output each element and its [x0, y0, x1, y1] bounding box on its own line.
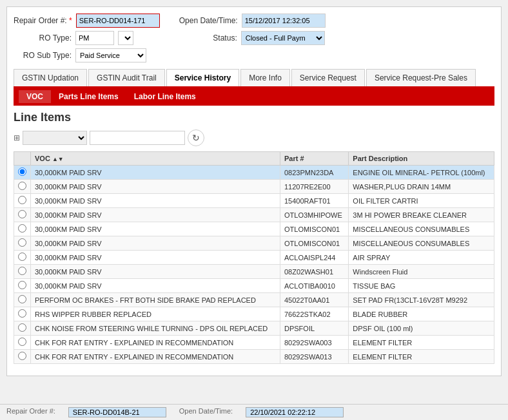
row-part: 08Z02WASH01 — [280, 265, 349, 279]
table-row[interactable]: 30,000KM PAID SRVOTLO3MHIPOWE3M HI POWER… — [14, 208, 494, 222]
row-voc: 30,000KM PAID SRV — [31, 236, 280, 251]
row-radio-cell[interactable] — [14, 180, 31, 194]
bottom-repair-order-label: Repair Order #: — [6, 407, 55, 417]
row-part: 45022T0AA01 — [280, 293, 349, 307]
status-row: Status: Closed - Full Paym — [179, 31, 326, 45]
row-radio-cell[interactable] — [14, 208, 31, 222]
tab-more-info[interactable]: More Info — [240, 69, 290, 86]
table-row[interactable]: 30,000KM PAID SRVACLOTIBA0010TISSUE BAG — [14, 279, 494, 293]
tab-service-request[interactable]: Service Request — [291, 69, 365, 86]
ro-type-select[interactable] — [118, 31, 133, 45]
status-label: Status: — [179, 33, 237, 43]
row-voc: 30,000KM PAID SRV — [31, 180, 280, 194]
row-part: OTLO3MHIPOWE — [280, 208, 349, 222]
ro-sub-type-row: RO Sub Type: Paid Service — [14, 48, 160, 62]
table-row[interactable]: CHK FOR RAT ENTRY - EXPLAINED IN RECOMME… — [14, 336, 494, 350]
row-description: AIR SPRAY — [349, 251, 494, 265]
ro-type-label: RO Type: — [14, 33, 72, 43]
row-voc: CHK NOISE FROM STEERING WHILE TURNING - … — [31, 321, 280, 336]
table-row[interactable]: CHK FOR RAT ENTRY - EXPLAINED IN RECOMME… — [14, 350, 494, 364]
ro-sub-type-label: RO Sub Type: — [14, 51, 72, 60]
row-voc: PERFORM OC BRAKES - FRT BOTH SIDE BRAKE … — [31, 293, 280, 307]
row-description: MISCELLANEOUS CONSUMABLES — [349, 222, 494, 236]
row-part: ACLOTIBA0010 — [280, 279, 349, 293]
row-part: 0823PMN23DA — [280, 166, 349, 180]
table-row[interactable]: CHK NOISE FROM STEERING WHILE TURNING - … — [14, 321, 494, 336]
bottom-bar: Repair Order #: Open Date/Time: — [0, 404, 508, 420]
table-row[interactable]: 30,000KM PAID SRVOTLOMISCON01MISCELLANEO… — [14, 222, 494, 236]
bottom-open-date-value — [246, 407, 344, 417]
ro-sub-type-select[interactable]: Paid Service — [75, 48, 146, 62]
sub-tab-voc[interactable]: VOC — [19, 90, 51, 103]
status-select[interactable]: Closed - Full Paym — [241, 31, 325, 45]
row-part: OTLOMISCON01 — [280, 236, 349, 251]
row-part: 15400RAFT01 — [280, 194, 349, 208]
sub-tabs-row: VOC Parts Line Items Labor Line Items — [14, 88, 494, 106]
go-button[interactable]: ↻ — [188, 129, 204, 146]
sub-tab-labor-line-items[interactable]: Labor Line Items — [126, 90, 204, 103]
row-part: OTLOMISCON01 — [280, 222, 349, 236]
table-row[interactable]: PERFORM OC BRAKES - FRT BOTH SIDE BRAKE … — [14, 293, 494, 307]
row-radio-cell[interactable] — [14, 236, 31, 251]
row-description: ELEMENT FILTER — [349, 350, 494, 364]
row-description: DPSF OIL (100 ml) — [349, 321, 494, 336]
table-row[interactable]: 30,000KM PAID SRV08Z02WASH01Windscreen F… — [14, 265, 494, 279]
row-radio-cell[interactable] — [14, 194, 31, 208]
ro-type-row: RO Type: — [14, 31, 160, 45]
table-row[interactable]: 30,000KM PAID SRV0823PMN23DAENGINE OIL M… — [14, 166, 494, 180]
col-part-header[interactable]: Part # — [280, 152, 349, 166]
filter-column-select[interactable] — [23, 131, 87, 145]
row-radio-cell[interactable] — [14, 321, 31, 336]
row-radio-cell[interactable] — [14, 265, 31, 279]
tab-gstin-updation[interactable]: GSTIN Updation — [14, 69, 87, 86]
row-description: ENGINE OIL MINERAL- PETROL (100ml) — [349, 166, 494, 180]
line-items-section: Line Items ⊞ ↻ VOC ▲▼ Part # Part Descri… — [14, 106, 494, 369]
row-voc: 30,000KM PAID SRV — [31, 279, 280, 293]
row-voc: 30,000KM PAID SRV — [31, 166, 280, 180]
sub-tab-parts-line-items[interactable]: Parts Line Items — [51, 90, 126, 103]
row-voc: RHS WIPPER RUBBER REPLACED — [31, 307, 280, 321]
row-radio-cell[interactable] — [14, 293, 31, 307]
row-radio-cell[interactable] — [14, 336, 31, 350]
row-voc: CHK FOR RAT ENTRY - EXPLAINED IN RECOMME… — [31, 336, 280, 350]
row-description: ELEMENT FILTER — [349, 336, 494, 350]
row-radio-cell[interactable] — [14, 251, 31, 265]
filter-text-input[interactable] — [90, 131, 185, 145]
repair-order-input[interactable] — [76, 14, 160, 28]
table-row[interactable]: 30,000KM PAID SRV11207RE2E00WASHER,PLUG … — [14, 180, 494, 194]
row-radio-cell[interactable] — [14, 279, 31, 293]
table-row[interactable]: 30,000KM PAID SRVOTLOMISCON01MISCELLANEO… — [14, 236, 494, 251]
row-description: TISSUE BAG — [349, 279, 494, 293]
tab-gstin-audit-trail[interactable]: GSTIN Audit Trail — [88, 69, 165, 86]
filter-icon: ⊞ — [14, 133, 20, 142]
tab-service-history[interactable]: Service History — [166, 69, 239, 86]
form-section: Repair Order #: * RO Type: RO Sub Type: … — [14, 14, 494, 62]
table-row[interactable]: 30,000KM PAID SRVACLOAISPL244AIR SPRAY — [14, 251, 494, 265]
row-radio-cell[interactable] — [14, 350, 31, 364]
bottom-open-date-label: Open Date/Time: — [179, 407, 233, 417]
row-voc: 30,000KM PAID SRV — [31, 194, 280, 208]
row-description: OIL FILTER CARTRI — [349, 194, 494, 208]
col-description-header[interactable]: Part Description — [349, 152, 494, 166]
row-description: Windscreen Fluid — [349, 265, 494, 279]
table-row[interactable]: RHS WIPPER RUBBER REPLACED76622STKA02BLA… — [14, 307, 494, 321]
row-part: 80292SWA013 — [280, 350, 349, 364]
ro-type-input[interactable] — [75, 31, 114, 45]
row-voc: 30,000KM PAID SRV — [31, 251, 280, 265]
col-voc-header[interactable]: VOC ▲▼ — [31, 152, 280, 166]
row-description: SET PAD FR(13CLT-16V28T M9292 — [349, 293, 494, 307]
row-voc: 30,000KM PAID SRV — [31, 222, 280, 236]
row-radio-cell[interactable] — [14, 307, 31, 321]
row-radio-cell[interactable] — [14, 222, 31, 236]
row-radio-cell[interactable] — [14, 166, 31, 180]
row-description: BLADE RUBBER — [349, 307, 494, 321]
tab-service-request-pre-sales[interactable]: Service Request-Pre Sales — [366, 69, 476, 86]
main-container: Repair Order #: * RO Type: RO Sub Type: … — [6, 6, 502, 376]
row-part: 11207RE2E00 — [280, 180, 349, 194]
open-date-row: Open Date/Time: — [179, 14, 326, 28]
tabs-row: GSTIN Updation GSTIN Audit Trail Service… — [14, 69, 494, 88]
table-row[interactable]: 30,000KM PAID SRV15400RAFT01OIL FILTER C… — [14, 194, 494, 208]
bottom-repair-order-value — [68, 407, 166, 417]
row-voc: CHK FOR RAT ENTRY - EXPLAINED IN RECOMME… — [31, 350, 280, 364]
open-date-label: Open Date/Time: — [179, 16, 238, 25]
